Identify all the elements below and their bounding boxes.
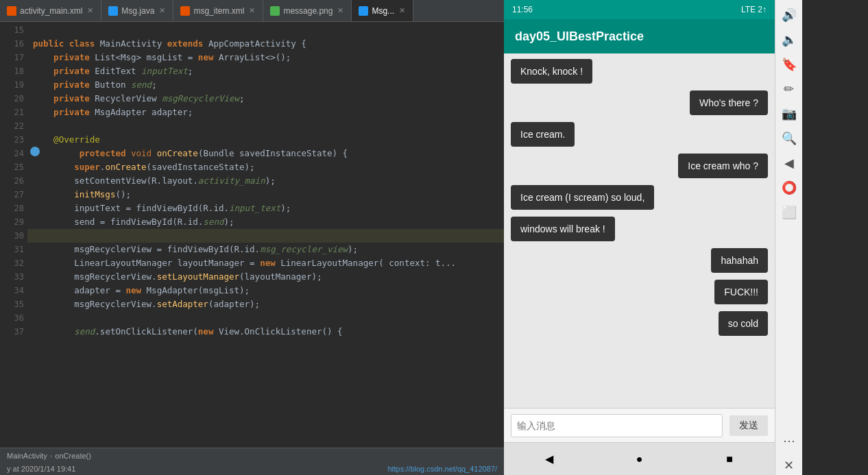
more-icon[interactable]: ⋯ — [780, 431, 799, 450]
code-line-32: LinearLayoutManager layoutManager = new … — [27, 256, 504, 270]
sidebar-tools: 🔊 🔈 🔖 ✏ 📷 🔍 ◀ ⭕ ⬜ ⋯ ✕ — [775, 0, 802, 475]
tab-close-activity-main[interactable]: ✕ — [86, 7, 94, 15]
code-line-30 — [27, 229, 504, 243]
msg-ice-cream-so-loud: Ice cream (I scream) so loud, — [511, 185, 654, 210]
code-text[interactable]: public class MainActivity extends AppCom… — [27, 22, 504, 448]
msg-so-cold: so cold — [719, 311, 768, 336]
tab-icon-message-png — [270, 6, 280, 16]
circle-icon[interactable]: ⭕ — [780, 178, 799, 197]
tab-message-png[interactable]: message.png ✕ — [263, 0, 352, 21]
code-line-21: private MsgAdapter adapter; — [27, 106, 504, 119]
volume-up-icon[interactable]: 🔊 — [780, 5, 799, 25]
bookmark-icon[interactable]: 🔖 — [780, 55, 799, 74]
back-icon[interactable]: ◀ — [780, 154, 799, 173]
phone-emulator: 11:56 LTE 2↑ day05_UIBestPractice Knock,… — [504, 0, 775, 475]
tab-icon-msg-item — [180, 6, 190, 16]
phone-input-bar: 发送 — [504, 408, 775, 442]
phone-recents-button[interactable]: ■ — [717, 447, 742, 472]
code-line-33: msgRecyclerView.setLayoutManager(layoutM… — [27, 270, 504, 284]
phone-nav-bar: ◀ ● ■ — [504, 442, 775, 475]
code-line-22 — [27, 119, 504, 133]
code-line-19: private Button send; — [27, 78, 504, 92]
tab-close-message-png[interactable]: ✕ — [336, 7, 344, 15]
msg-knock-knock: Knock, knock ! — [511, 59, 592, 84]
breadcrumb: MainActivity › onCreate() — [0, 448, 504, 463]
code-line-23: @Override — [27, 133, 504, 147]
code-editor[interactable]: 15 16 17 18 19 20 21 22 23 24 25 26 27 2… — [0, 22, 504, 448]
code-line-28: inputText = findViewById(R.id.input_text… — [27, 202, 504, 215]
code-line-16: public class MainActivity extends AppCom… — [27, 37, 504, 51]
code-line-26: setContentView(R.layout.activity_main); — [27, 174, 504, 188]
code-line-20: private RecyclerView msgRecyclerView; — [27, 92, 504, 106]
line-numbers: 15 16 17 18 19 20 21 22 23 24 25 26 27 2… — [0, 22, 27, 448]
tab-label-msg-java: Msg.java — [121, 6, 154, 16]
tab-msg-active[interactable]: Msg... ✕ — [352, 0, 413, 21]
msg-fuck: FUCK!!! — [714, 280, 768, 304]
code-line-27: initMsgs(); — [27, 188, 504, 202]
square-icon[interactable]: ⬜ — [780, 203, 799, 222]
code-line-29: send = findViewById(R.id.send); — [27, 215, 504, 229]
msg-hahahah: hahahah — [711, 248, 768, 273]
tab-icon-msg-java — [108, 6, 118, 16]
volume-down-icon[interactable]: 🔈 — [780, 30, 799, 49]
close-panel-icon[interactable]: ✕ — [780, 456, 799, 475]
tab-close-msg-item[interactable]: ✕ — [248, 7, 256, 15]
breadcrumb-class[interactable]: MainActivity — [7, 452, 47, 460]
msg-ice-cream-who: Ice cream who ? — [678, 154, 768, 178]
status-text: y at 2020/1/14 19:41 — [7, 465, 75, 473]
code-line-25: super.onCreate(savedInstanceState); — [27, 160, 504, 174]
tab-icon-activity-main — [7, 6, 16, 16]
status-bar: y at 2020/1/14 19:41 https://blog.csdn.n… — [0, 463, 504, 475]
phone-app-title: day05_UIBestPractice — [515, 29, 644, 44]
camera-icon[interactable]: 📷 — [780, 104, 799, 123]
code-line-31: msgRecyclerView = findViewById(R.id.msg_… — [27, 243, 504, 256]
breadcrumb-chevron: › — [50, 452, 53, 460]
phone-signal: LTE 2↑ — [741, 5, 767, 14]
tab-label-message-png: message.png — [283, 6, 333, 16]
tab-close-msg-java[interactable]: ✕ — [158, 7, 166, 15]
tab-msg-java[interactable]: Msg.java ✕ — [101, 0, 173, 21]
tab-bar: activity_main.xml ✕ Msg.java ✕ msg_item.… — [0, 0, 504, 22]
tab-label-msg-item: msg_item.xml — [193, 6, 244, 16]
tab-label-activity-main: activity_main.xml — [20, 6, 82, 16]
code-line-37: send.setOnClickListener(new View.OnClick… — [27, 325, 504, 339]
code-line-36 — [27, 311, 504, 325]
code-line-18: private EditText inputText; — [27, 64, 504, 78]
phone-home-button[interactable]: ● — [627, 447, 651, 472]
code-line-24: protected void onCreate(Bundle savedInst… — [27, 147, 504, 160]
ide-panel: activity_main.xml ✕ Msg.java ✕ msg_item.… — [0, 0, 504, 475]
tab-activity-main[interactable]: activity_main.xml ✕ — [0, 0, 101, 21]
phone-app-bar: day05_UIBestPractice — [504, 19, 775, 53]
phone-send-button[interactable]: 发送 — [730, 415, 768, 436]
phone-back-button[interactable]: ◀ — [537, 447, 562, 472]
phone-time: 11:56 — [512, 5, 533, 14]
tab-close-msg-active[interactable]: ✕ — [398, 7, 406, 15]
code-line-34: adapter = new MsgAdapter(msgList); — [27, 284, 504, 297]
breadcrumb-method[interactable]: onCreate() — [55, 452, 91, 460]
tab-msg-item[interactable]: msg_item.xml ✕ — [173, 0, 263, 21]
msg-whos-there: Who's there ? — [690, 90, 768, 115]
code-line-17: private List<Msg> msgList = new ArrayLis… — [27, 51, 504, 64]
phone-status-bar: 11:56 LTE 2↑ — [504, 0, 775, 19]
msg-ice-cream: Ice cream. — [511, 122, 575, 147]
phone-chat-area[interactable]: Knock, knock ! Who's there ? Ice cream. … — [504, 53, 775, 408]
code-line-35: msgRecyclerView.setAdapter(adapter); — [27, 297, 504, 311]
url-bar-text: https://blog.csdn.net/qq_412087/ — [387, 465, 497, 473]
phone-message-input[interactable] — [511, 414, 723, 437]
tab-label-msg-active: Msg... — [372, 6, 394, 16]
pencil-icon[interactable]: ✏ — [780, 80, 799, 99]
tab-icon-msg-active — [359, 6, 368, 16]
code-line-15 — [27, 23, 504, 37]
zoom-icon[interactable]: 🔍 — [780, 129, 799, 148]
msg-windows: windows will break ! — [511, 217, 615, 241]
